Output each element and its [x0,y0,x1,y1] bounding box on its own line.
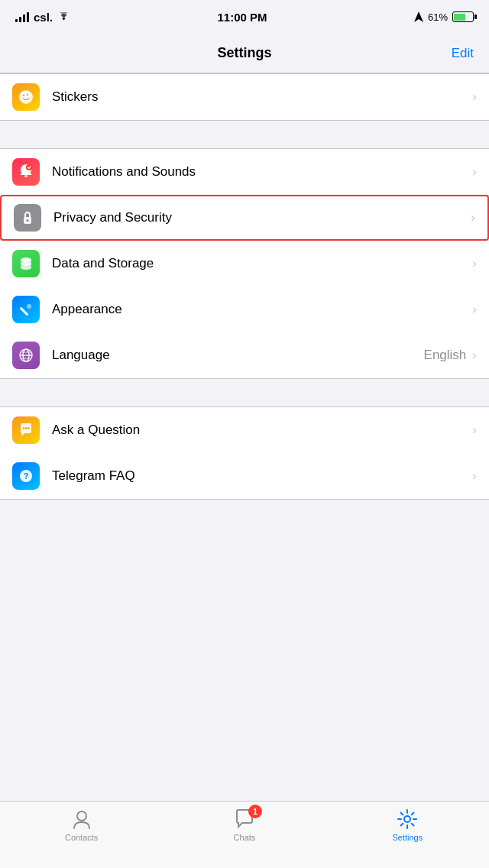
svg-point-24 [77,811,86,821]
data-svg [18,255,34,272]
privacy-label: Privacy and Security [53,210,471,225]
stickers-chevron: › [472,89,477,105]
location-icon [414,11,423,22]
ask-chevron: › [472,423,477,438]
settings-icon [397,808,418,830]
data-chevron: › [472,256,477,271]
svg-point-25 [404,816,410,822]
status-right: 61% [414,11,474,23]
ask-svg [18,422,34,439]
privacy-chevron: › [471,210,475,225]
signal-icon [15,11,29,22]
section-help: Ask a Question › ? Telegram FAQ › [0,406,489,500]
notifications-svg [18,164,34,180]
svg-rect-5 [24,175,28,177]
section-main-group: Notifications and Sounds › Privacy and S… [0,148,489,379]
row-appearance[interactable]: Appearance › [0,287,489,332]
chats-tab-label: Chats [234,833,256,842]
privacy-icon [14,204,41,232]
chats-badge: 1 [248,805,262,818]
data-icon [12,250,40,277]
settings-tab-icon [396,808,419,831]
ask-icon [12,416,40,444]
status-left: csl. [15,11,70,24]
edit-button[interactable]: Edit [452,46,474,61]
status-time: 11:00 PM [217,11,267,24]
svg-point-8 [27,219,29,222]
bottom-gap [0,500,489,542]
tab-contacts[interactable]: Contacts [36,808,128,842]
faq-icon: ? [12,462,40,490]
battery-percent: 61% [428,11,448,23]
language-value: English [424,348,467,363]
language-chevron: › [472,348,477,363]
appearance-chevron: › [472,302,477,317]
row-ask[interactable]: Ask a Question › [0,407,489,453]
contacts-tab-label: Contacts [65,833,98,842]
notifications-label: Notifications and Sounds [52,164,472,180]
settings-tab-label: Settings [392,833,423,842]
row-data[interactable]: Data and Storage › [0,241,489,287]
language-label: Language [52,348,424,363]
svg-point-20 [25,427,28,429]
chats-tab-icon: 1 [233,808,256,831]
appearance-icon [12,296,40,323]
privacy-row-wrapper: Privacy and Security › [0,195,489,241]
gap-1 [0,121,489,148]
svg-point-6 [26,164,32,170]
faq-svg: ? [18,468,34,484]
row-language[interactable]: Language English › [0,332,489,378]
stickers-icon [12,83,40,111]
svg-point-21 [28,427,30,429]
faq-chevron: › [472,468,477,484]
svg-point-19 [23,427,25,429]
stickers-label: Stickers [52,89,472,105]
row-faq[interactable]: ? Telegram FAQ › [0,453,489,499]
appearance-svg [18,301,34,318]
section-main: Notifications and Sounds › Privacy and S… [0,148,489,379]
notifications-icon [12,158,40,186]
appearance-label: Appearance [52,302,472,317]
battery-icon [452,11,474,22]
tab-chats[interactable]: 1 Chats [199,808,290,842]
tab-bar: Contacts 1 Chats Settings [0,801,489,868]
privacy-svg [19,209,36,226]
svg-point-11 [21,265,31,270]
svg-rect-12 [20,306,29,316]
contacts-tab-icon [70,808,93,831]
row-notifications[interactable]: Notifications and Sounds › [0,149,489,195]
tab-settings[interactable]: Settings [361,808,453,842]
faq-label: Telegram FAQ [52,468,472,484]
carrier-label: csl. [34,11,53,24]
svg-marker-0 [414,11,423,22]
data-label: Data and Storage [52,256,472,271]
section-stickers: Stickers › [0,73,489,121]
notifications-chevron: › [472,164,477,180]
svg-point-3 [27,94,28,96]
svg-text:?: ? [24,471,29,481]
language-svg [18,347,34,364]
contacts-icon [71,808,92,830]
ask-label: Ask a Question [52,423,472,438]
svg-point-13 [27,304,31,309]
row-privacy[interactable]: Privacy and Security › [0,195,489,241]
sticker-svg [18,89,34,105]
gap-2 [0,379,489,406]
status-bar: csl. 11:00 PM 61% [0,0,489,34]
wifi-icon [57,12,70,22]
row-stickers[interactable]: Stickers › [0,74,489,120]
language-icon [12,342,40,369]
page-title: Settings [217,45,271,61]
nav-bar: Settings Edit [0,34,489,73]
svg-point-2 [23,95,24,96]
